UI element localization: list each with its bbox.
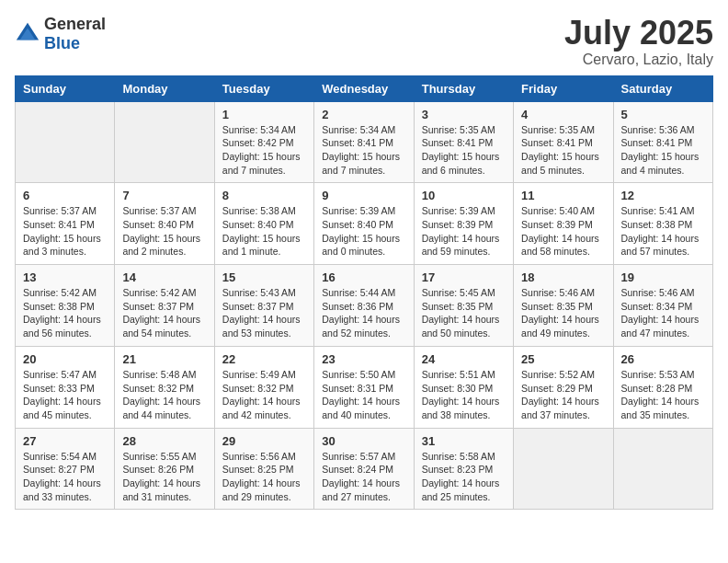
day-number: 31 [422,434,506,448]
day-number: 29 [222,434,306,448]
day-number: 17 [422,270,506,284]
day-info: Sunrise: 5:39 AMSunset: 8:40 PMDaylight:… [322,204,405,259]
day-number: 20 [23,352,107,366]
day-number: 9 [322,189,405,202]
calendar-cell: 15Sunrise: 5:43 AMSunset: 8:37 PMDayligh… [214,265,313,347]
calendar-cell [613,428,712,510]
week-row-3: 13Sunrise: 5:42 AMSunset: 8:38 PMDayligh… [16,265,713,347]
day-info: Sunrise: 5:37 AMSunset: 8:41 PMDaylight:… [23,204,107,259]
day-info: Sunrise: 5:36 AMSunset: 8:41 PMDaylight:… [621,123,705,178]
calendar-cell: 3Sunrise: 5:35 AMSunset: 8:41 PMDaylight… [414,101,513,183]
day-info: Sunrise: 5:45 AMSunset: 8:35 PMDaylight:… [422,286,506,340]
week-row-4: 20Sunrise: 5:47 AMSunset: 8:33 PMDayligh… [16,346,713,428]
calendar-cell: 12Sunrise: 5:41 AMSunset: 8:38 PMDayligh… [613,183,712,265]
day-number: 21 [122,352,206,366]
calendar-cell: 5Sunrise: 5:36 AMSunset: 8:41 PMDaylight… [613,101,712,183]
day-info: Sunrise: 5:47 AMSunset: 8:33 PMDaylight:… [23,368,107,422]
calendar-cell: 9Sunrise: 5:39 AMSunset: 8:40 PMDaylight… [314,183,414,265]
day-info: Sunrise: 5:40 AMSunset: 8:39 PMDaylight:… [521,204,605,259]
calendar-cell: 18Sunrise: 5:46 AMSunset: 8:35 PMDayligh… [514,265,613,347]
day-number: 10 [422,189,506,202]
calendar-cell: 17Sunrise: 5:45 AMSunset: 8:35 PMDayligh… [414,265,513,347]
week-row-1: 1Sunrise: 5:34 AMSunset: 8:42 PMDaylight… [16,101,713,183]
day-number: 15 [222,270,306,284]
day-number: 11 [521,189,605,202]
day-info: Sunrise: 5:42 AMSunset: 8:37 PMDaylight:… [122,286,206,340]
calendar-cell: 31Sunrise: 5:58 AMSunset: 8:23 PMDayligh… [414,428,513,510]
day-number: 28 [122,434,206,448]
day-number: 26 [621,352,705,366]
calendar-cell: 19Sunrise: 5:46 AMSunset: 8:34 PMDayligh… [613,265,712,347]
day-number: 14 [122,270,206,284]
calendar-cell: 29Sunrise: 5:56 AMSunset: 8:25 PMDayligh… [214,428,313,510]
day-info: Sunrise: 5:58 AMSunset: 8:23 PMDaylight:… [422,450,506,504]
logo-blue: Blue [44,34,80,52]
day-info: Sunrise: 5:57 AMSunset: 8:24 PMDaylight:… [322,450,405,504]
calendar-cell: 11Sunrise: 5:40 AMSunset: 8:39 PMDayligh… [514,183,613,265]
weekday-header-saturday: Saturday [613,75,712,101]
calendar-title: July 2025 [564,15,713,52]
week-row-5: 27Sunrise: 5:54 AMSunset: 8:27 PMDayligh… [16,428,713,510]
calendar-cell: 26Sunrise: 5:53 AMSunset: 8:28 PMDayligh… [613,346,712,428]
weekday-header-wednesday: Wednesday [314,75,414,101]
day-info: Sunrise: 5:51 AMSunset: 8:30 PMDaylight:… [422,368,506,422]
day-info: Sunrise: 5:46 AMSunset: 8:35 PMDaylight:… [521,286,605,340]
day-number: 30 [322,434,405,448]
weekday-header-friday: Friday [514,75,613,101]
day-info: Sunrise: 5:52 AMSunset: 8:29 PMDaylight:… [521,368,605,422]
calendar-cell: 2Sunrise: 5:34 AMSunset: 8:41 PMDaylight… [314,101,414,183]
day-info: Sunrise: 5:50 AMSunset: 8:31 PMDaylight:… [322,368,405,422]
calendar-cell: 1Sunrise: 5:34 AMSunset: 8:42 PMDaylight… [214,101,313,183]
calendar-cell: 24Sunrise: 5:51 AMSunset: 8:30 PMDayligh… [414,346,513,428]
calendar-cell: 7Sunrise: 5:37 AMSunset: 8:40 PMDaylight… [115,183,214,265]
calendar-cell: 14Sunrise: 5:42 AMSunset: 8:37 PMDayligh… [115,265,214,347]
day-number: 7 [122,189,206,202]
weekday-header-thursday: Thursday [414,75,513,101]
day-number: 16 [322,270,405,284]
page-header: General Blue July 2025 Cervaro, Lazio, I… [15,15,713,68]
weekday-header-sunday: Sunday [16,75,115,101]
calendar-cell: 28Sunrise: 5:55 AMSunset: 8:26 PMDayligh… [115,428,214,510]
title-block: July 2025 Cervaro, Lazio, Italy [564,15,713,68]
day-info: Sunrise: 5:49 AMSunset: 8:32 PMDaylight:… [222,368,306,422]
calendar-cell: 27Sunrise: 5:54 AMSunset: 8:27 PMDayligh… [16,428,115,510]
day-number: 2 [322,108,405,121]
logo-general: General [44,15,106,33]
day-number: 1 [222,108,306,121]
calendar-cell: 25Sunrise: 5:52 AMSunset: 8:29 PMDayligh… [514,346,613,428]
calendar-cell [16,101,115,183]
calendar-cell: 13Sunrise: 5:42 AMSunset: 8:38 PMDayligh… [16,265,115,347]
day-info: Sunrise: 5:41 AMSunset: 8:38 PMDaylight:… [621,204,705,259]
day-info: Sunrise: 5:35 AMSunset: 8:41 PMDaylight:… [422,123,506,178]
day-number: 18 [521,270,605,284]
day-info: Sunrise: 5:34 AMSunset: 8:42 PMDaylight:… [222,123,306,178]
day-number: 6 [23,189,107,202]
calendar-cell [115,101,214,183]
day-info: Sunrise: 5:44 AMSunset: 8:36 PMDaylight:… [322,286,405,340]
day-number: 27 [23,434,107,448]
day-number: 8 [222,189,306,202]
calendar-cell: 16Sunrise: 5:44 AMSunset: 8:36 PMDayligh… [314,265,414,347]
calendar-cell: 4Sunrise: 5:35 AMSunset: 8:41 PMDaylight… [514,101,613,183]
logo-text: General Blue [44,15,106,53]
calendar-body: 1Sunrise: 5:34 AMSunset: 8:42 PMDaylight… [16,101,713,510]
day-number: 24 [422,352,506,366]
week-row-2: 6Sunrise: 5:37 AMSunset: 8:41 PMDaylight… [16,183,713,265]
calendar-cell: 10Sunrise: 5:39 AMSunset: 8:39 PMDayligh… [414,183,513,265]
calendar-subtitle: Cervaro, Lazio, Italy [564,52,713,68]
day-info: Sunrise: 5:48 AMSunset: 8:32 PMDaylight:… [122,368,206,422]
day-info: Sunrise: 5:46 AMSunset: 8:34 PMDaylight:… [621,286,705,340]
day-info: Sunrise: 5:53 AMSunset: 8:28 PMDaylight:… [621,368,705,422]
day-number: 23 [322,352,405,366]
day-info: Sunrise: 5:39 AMSunset: 8:39 PMDaylight:… [422,204,506,259]
weekday-header-tuesday: Tuesday [214,75,313,101]
day-number: 3 [422,108,506,121]
day-info: Sunrise: 5:37 AMSunset: 8:40 PMDaylight:… [122,204,206,259]
calendar-cell: 22Sunrise: 5:49 AMSunset: 8:32 PMDayligh… [214,346,313,428]
day-number: 22 [222,352,306,366]
calendar-table: SundayMondayTuesdayWednesdayThursdayFrid… [15,75,713,511]
day-number: 5 [621,108,705,121]
day-info: Sunrise: 5:38 AMSunset: 8:40 PMDaylight:… [222,204,306,259]
calendar-header: SundayMondayTuesdayWednesdayThursdayFrid… [16,75,713,101]
weekday-header-monday: Monday [115,75,214,101]
